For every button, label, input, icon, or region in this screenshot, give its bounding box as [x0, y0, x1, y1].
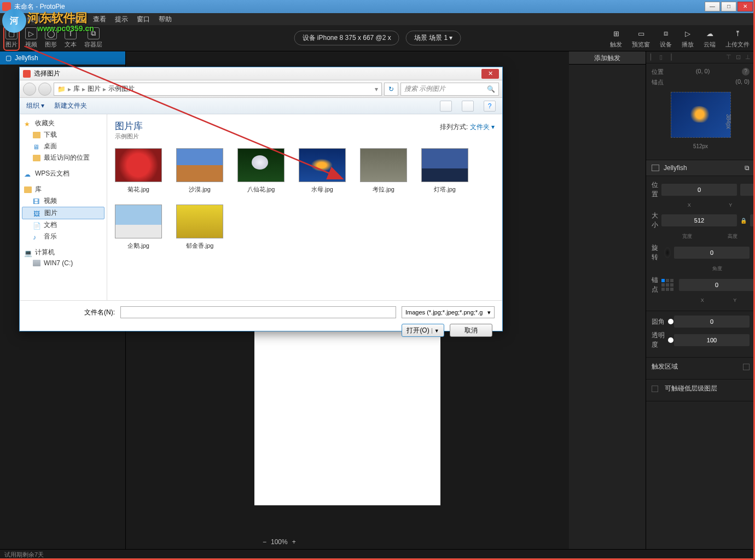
radius-input[interactable] — [674, 316, 750, 328]
add-trigger-tab[interactable]: 添加触发 — [569, 51, 646, 65]
file-thumb[interactable]: 灯塔.jpg — [421, 148, 468, 194]
sidebar-favorites[interactable]: ★收藏夹 — [22, 118, 104, 129]
help-icon[interactable]: ? — [742, 68, 750, 75]
lock-icon[interactable]: 🔒 — [740, 218, 747, 224]
file-thumb[interactable]: 沙漠.jpg — [176, 148, 223, 194]
pos-label: 位置 — [652, 68, 664, 76]
tool-video[interactable]: ▷ 视频 — [25, 27, 37, 49]
position-y-input[interactable] — [740, 184, 755, 196]
sidebar-wps[interactable]: ☁WPS云文档 — [22, 168, 104, 179]
menu-view[interactable]: 查看 — [90, 14, 109, 25]
cancel-button[interactable]: 取消 — [450, 324, 492, 337]
play-icon: ▷ — [682, 27, 694, 39]
tool-image[interactable]: ▢ 图片 — [5, 27, 18, 49]
anchor-grid[interactable] — [661, 279, 673, 291]
sidebar-videos[interactable]: 🎞视频 — [22, 195, 104, 207]
sidebar-recent[interactable]: 最近访问的位置 — [22, 152, 104, 164]
tool-upload[interactable]: ⤒上传文件 — [725, 27, 750, 49]
dialog-nav: 📁 ▸ 库 ▸ 图片 ▸ 示例图片 ▾ ↻ 搜索 示例图片 🔍 — [20, 80, 502, 98]
rotation-dial[interactable] — [664, 247, 671, 258]
menu-help[interactable]: 帮助 — [155, 14, 175, 25]
file-thumb[interactable]: 考拉.jpg — [360, 148, 407, 194]
anchor-x-input[interactable] — [679, 279, 754, 291]
organize-button[interactable]: 组织 ▾ — [26, 101, 44, 110]
sidebar-drive-c[interactable]: WIN7 (C:) — [22, 258, 104, 268]
hit-area-label: 触发区域 — [652, 362, 678, 371]
new-folder-button[interactable]: 新建文件夹 — [54, 101, 87, 110]
zoom-in[interactable]: + — [292, 538, 296, 546]
zoom-out[interactable]: − — [263, 538, 266, 546]
tool-device[interactable]: ⧈设备 — [660, 27, 672, 49]
refresh-button[interactable]: ↻ — [384, 83, 398, 96]
filetype-select[interactable]: Images (*.jpg;*.jpeg;*.png;*.g▾ — [402, 306, 495, 318]
rotation-input[interactable] — [674, 247, 750, 259]
tool-preview[interactable]: ▭预览窗 — [632, 27, 650, 49]
menubar: 文件 编辑 插入 对象 查看 提示 窗口 帮助 — [0, 13, 755, 25]
menu-window[interactable]: 窗口 — [133, 14, 153, 25]
file-thumb[interactable]: 水母.jpg — [299, 148, 346, 194]
anchor-prop-label: 锚点 — [652, 276, 658, 294]
file-thumb[interactable]: 郁金香.jpg — [176, 205, 223, 250]
sidebar-pictures[interactable]: 🖼图片 — [22, 207, 104, 219]
minimize-button[interactable]: — — [705, 2, 720, 11]
tool-cloud[interactable]: ☁云端 — [704, 27, 716, 49]
breadcrumb[interactable]: 📁 ▸ 库 ▸ 图片 ▸ 示例图片 ▾ — [54, 83, 382, 96]
align-icon[interactable]: ▕ — [667, 54, 671, 61]
sort-control[interactable]: 排列方式: 文件夹 ▾ — [440, 122, 495, 132]
close-button[interactable]: ✕ — [737, 2, 753, 11]
view-button-1[interactable] — [440, 101, 452, 112]
hit-area-toggle[interactable] — [743, 364, 750, 370]
breadcrumb-item[interactable]: 库 — [73, 84, 80, 94]
device-selector[interactable]: 设备 iPhone 8 375 x 667 @2 x — [294, 31, 399, 45]
sidebar-documents[interactable]: 📄文档 — [22, 219, 104, 231]
tool-shape[interactable]: ◯ 图形 — [45, 27, 57, 49]
file-thumb[interactable]: 八仙花.jpg — [237, 148, 284, 194]
dialog-close-button[interactable]: ✕ — [481, 69, 499, 79]
sidebar-downloads[interactable]: 下载 — [22, 129, 104, 141]
layer-jellyfish[interactable]: ▢ Jellyfish — [0, 51, 125, 65]
menu-edit[interactable]: 编辑 — [24, 14, 44, 25]
menu-insert[interactable]: 插入 — [46, 14, 66, 25]
sort-label: 排列方式: — [440, 123, 468, 131]
menu-hint[interactable]: 提示 — [112, 14, 131, 25]
align-icon[interactable]: ⊥ — [745, 54, 751, 61]
breadcrumb-item[interactable]: 图片 — [88, 84, 101, 94]
align-toolbar: ▏▯▕ ⊤⊡⊥ — [646, 51, 755, 63]
nav-back-button[interactable] — [23, 83, 36, 96]
help-button[interactable]: ? — [484, 101, 496, 112]
sidebar-computer[interactable]: 💻计算机 — [22, 247, 104, 258]
menu-object[interactable]: 对象 — [68, 14, 88, 25]
opacity-input[interactable] — [674, 334, 750, 346]
breadcrumb-item[interactable]: 示例图片 — [108, 84, 135, 94]
touch-lower-checkbox[interactable] — [652, 386, 658, 392]
tool-text[interactable]: T 文本 — [65, 27, 77, 49]
align-icon[interactable]: ▯ — [659, 54, 663, 61]
scene-selector[interactable]: 场景 场景 1 ▾ — [406, 31, 461, 45]
tool-upload-label: 上传文件 — [725, 40, 750, 49]
file-thumb[interactable]: 企鹅.jpg — [115, 205, 162, 250]
filename-input[interactable] — [120, 306, 396, 318]
nav-forward-button[interactable] — [38, 83, 51, 96]
open-button[interactable]: 打开(O)▼ — [402, 324, 444, 337]
file-thumb[interactable]: 菊花.jpg — [115, 148, 162, 194]
tool-container[interactable]: ⧉ 容器层 — [84, 27, 102, 49]
sidebar-desktop[interactable]: 🖥桌面 — [22, 141, 104, 152]
tool-trigger[interactable]: ⊞触发 — [610, 27, 622, 49]
sidebar-music[interactable]: ♪音乐 — [22, 231, 104, 242]
width-input[interactable] — [661, 214, 737, 226]
search-box[interactable]: 搜索 示例图片 🔍 — [400, 83, 499, 96]
maximize-button[interactable]: □ — [721, 2, 736, 11]
thumb-name: 水母.jpg — [299, 185, 346, 194]
sidebar-library[interactable]: 库 — [22, 184, 104, 195]
align-icon[interactable]: ⊤ — [726, 54, 731, 61]
copy-icon[interactable]: ⧉ — [745, 164, 750, 172]
dialog-toolbar: 组织 ▾ 新建文件夹 ? — [20, 98, 502, 114]
zoom-value: 100% — [271, 538, 288, 546]
align-icon[interactable]: ⊡ — [736, 54, 741, 61]
tool-play[interactable]: ▷播放 — [682, 27, 694, 49]
align-icon[interactable]: ▏ — [651, 54, 655, 61]
menu-file[interactable]: 文件 — [2, 14, 22, 25]
window-title: 未命名 - ProtoPie — [14, 2, 65, 11]
view-button-2[interactable] — [462, 101, 474, 112]
thumb-name: 菊花.jpg — [115, 185, 162, 194]
